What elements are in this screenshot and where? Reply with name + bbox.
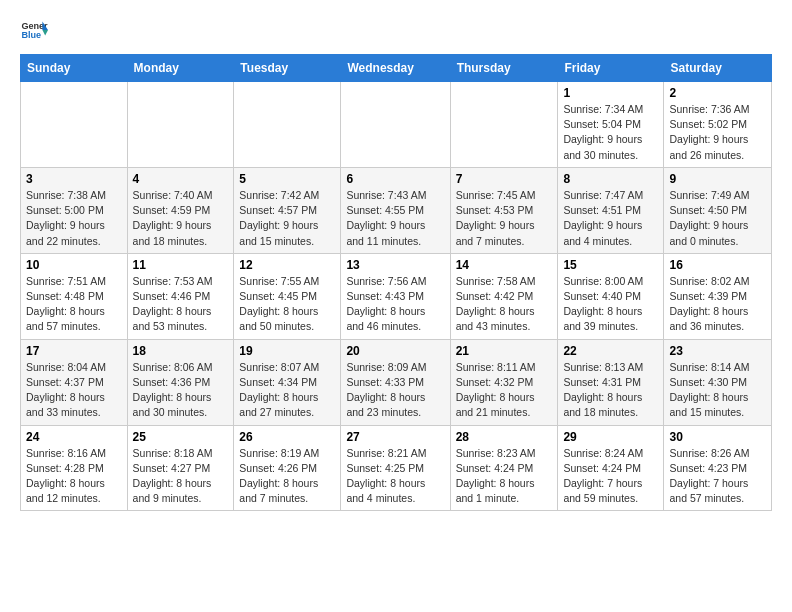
week-row-2: 3Sunrise: 7:38 AM Sunset: 5:00 PM Daylig… — [21, 167, 772, 253]
weekday-header-row: SundayMondayTuesdayWednesdayThursdayFrid… — [21, 55, 772, 82]
day-number: 5 — [239, 172, 335, 186]
day-cell — [127, 82, 234, 168]
day-info: Sunrise: 8:21 AM Sunset: 4:25 PM Dayligh… — [346, 446, 444, 507]
day-info: Sunrise: 7:47 AM Sunset: 4:51 PM Dayligh… — [563, 188, 658, 249]
day-number: 4 — [133, 172, 229, 186]
day-number: 27 — [346, 430, 444, 444]
day-info: Sunrise: 8:23 AM Sunset: 4:24 PM Dayligh… — [456, 446, 553, 507]
day-info: Sunrise: 8:24 AM Sunset: 4:24 PM Dayligh… — [563, 446, 658, 507]
day-number: 12 — [239, 258, 335, 272]
weekday-header-thursday: Thursday — [450, 55, 558, 82]
week-row-3: 10Sunrise: 7:51 AM Sunset: 4:48 PM Dayli… — [21, 253, 772, 339]
day-info: Sunrise: 8:16 AM Sunset: 4:28 PM Dayligh… — [26, 446, 122, 507]
day-number: 23 — [669, 344, 766, 358]
day-number: 20 — [346, 344, 444, 358]
day-info: Sunrise: 7:53 AM Sunset: 4:46 PM Dayligh… — [133, 274, 229, 335]
day-cell — [21, 82, 128, 168]
day-number: 2 — [669, 86, 766, 100]
day-info: Sunrise: 7:36 AM Sunset: 5:02 PM Dayligh… — [669, 102, 766, 163]
day-number: 28 — [456, 430, 553, 444]
day-info: Sunrise: 8:13 AM Sunset: 4:31 PM Dayligh… — [563, 360, 658, 421]
day-cell: 10Sunrise: 7:51 AM Sunset: 4:48 PM Dayli… — [21, 253, 128, 339]
day-cell: 8Sunrise: 7:47 AM Sunset: 4:51 PM Daylig… — [558, 167, 664, 253]
day-info: Sunrise: 7:51 AM Sunset: 4:48 PM Dayligh… — [26, 274, 122, 335]
day-cell — [234, 82, 341, 168]
day-cell: 9Sunrise: 7:49 AM Sunset: 4:50 PM Daylig… — [664, 167, 772, 253]
weekday-header-monday: Monday — [127, 55, 234, 82]
day-cell: 24Sunrise: 8:16 AM Sunset: 4:28 PM Dayli… — [21, 425, 128, 511]
day-info: Sunrise: 7:43 AM Sunset: 4:55 PM Dayligh… — [346, 188, 444, 249]
day-number: 24 — [26, 430, 122, 444]
day-cell: 20Sunrise: 8:09 AM Sunset: 4:33 PM Dayli… — [341, 339, 450, 425]
day-info: Sunrise: 8:07 AM Sunset: 4:34 PM Dayligh… — [239, 360, 335, 421]
day-info: Sunrise: 7:40 AM Sunset: 4:59 PM Dayligh… — [133, 188, 229, 249]
day-number: 11 — [133, 258, 229, 272]
day-cell: 25Sunrise: 8:18 AM Sunset: 4:27 PM Dayli… — [127, 425, 234, 511]
day-info: Sunrise: 7:49 AM Sunset: 4:50 PM Dayligh… — [669, 188, 766, 249]
day-number: 17 — [26, 344, 122, 358]
week-row-5: 24Sunrise: 8:16 AM Sunset: 4:28 PM Dayli… — [21, 425, 772, 511]
logo-icon: General Blue — [20, 16, 48, 44]
day-info: Sunrise: 7:55 AM Sunset: 4:45 PM Dayligh… — [239, 274, 335, 335]
header: General Blue — [20, 16, 772, 44]
day-number: 10 — [26, 258, 122, 272]
day-number: 16 — [669, 258, 766, 272]
weekday-header-wednesday: Wednesday — [341, 55, 450, 82]
weekday-header-sunday: Sunday — [21, 55, 128, 82]
day-cell: 17Sunrise: 8:04 AM Sunset: 4:37 PM Dayli… — [21, 339, 128, 425]
weekday-header-saturday: Saturday — [664, 55, 772, 82]
day-number: 8 — [563, 172, 658, 186]
day-number: 14 — [456, 258, 553, 272]
day-cell: 6Sunrise: 7:43 AM Sunset: 4:55 PM Daylig… — [341, 167, 450, 253]
day-info: Sunrise: 8:14 AM Sunset: 4:30 PM Dayligh… — [669, 360, 766, 421]
day-info: Sunrise: 8:11 AM Sunset: 4:32 PM Dayligh… — [456, 360, 553, 421]
day-info: Sunrise: 8:09 AM Sunset: 4:33 PM Dayligh… — [346, 360, 444, 421]
day-cell: 16Sunrise: 8:02 AM Sunset: 4:39 PM Dayli… — [664, 253, 772, 339]
day-cell: 21Sunrise: 8:11 AM Sunset: 4:32 PM Dayli… — [450, 339, 558, 425]
day-info: Sunrise: 7:58 AM Sunset: 4:42 PM Dayligh… — [456, 274, 553, 335]
day-info: Sunrise: 7:45 AM Sunset: 4:53 PM Dayligh… — [456, 188, 553, 249]
day-info: Sunrise: 7:56 AM Sunset: 4:43 PM Dayligh… — [346, 274, 444, 335]
day-cell: 7Sunrise: 7:45 AM Sunset: 4:53 PM Daylig… — [450, 167, 558, 253]
week-row-1: 1Sunrise: 7:34 AM Sunset: 5:04 PM Daylig… — [21, 82, 772, 168]
calendar-table: SundayMondayTuesdayWednesdayThursdayFrid… — [20, 54, 772, 511]
day-number: 30 — [669, 430, 766, 444]
day-cell: 3Sunrise: 7:38 AM Sunset: 5:00 PM Daylig… — [21, 167, 128, 253]
day-info: Sunrise: 8:19 AM Sunset: 4:26 PM Dayligh… — [239, 446, 335, 507]
day-number: 13 — [346, 258, 444, 272]
day-cell: 14Sunrise: 7:58 AM Sunset: 4:42 PM Dayli… — [450, 253, 558, 339]
day-cell: 4Sunrise: 7:40 AM Sunset: 4:59 PM Daylig… — [127, 167, 234, 253]
day-cell: 5Sunrise: 7:42 AM Sunset: 4:57 PM Daylig… — [234, 167, 341, 253]
day-info: Sunrise: 8:02 AM Sunset: 4:39 PM Dayligh… — [669, 274, 766, 335]
day-cell: 1Sunrise: 7:34 AM Sunset: 5:04 PM Daylig… — [558, 82, 664, 168]
day-cell: 13Sunrise: 7:56 AM Sunset: 4:43 PM Dayli… — [341, 253, 450, 339]
logo: General Blue — [20, 16, 48, 44]
week-row-4: 17Sunrise: 8:04 AM Sunset: 4:37 PM Dayli… — [21, 339, 772, 425]
day-info: Sunrise: 7:34 AM Sunset: 5:04 PM Dayligh… — [563, 102, 658, 163]
day-cell: 18Sunrise: 8:06 AM Sunset: 4:36 PM Dayli… — [127, 339, 234, 425]
day-cell: 23Sunrise: 8:14 AM Sunset: 4:30 PM Dayli… — [664, 339, 772, 425]
day-number: 18 — [133, 344, 229, 358]
day-number: 26 — [239, 430, 335, 444]
day-cell: 28Sunrise: 8:23 AM Sunset: 4:24 PM Dayli… — [450, 425, 558, 511]
day-info: Sunrise: 8:26 AM Sunset: 4:23 PM Dayligh… — [669, 446, 766, 507]
day-number: 9 — [669, 172, 766, 186]
day-number: 3 — [26, 172, 122, 186]
weekday-header-tuesday: Tuesday — [234, 55, 341, 82]
day-info: Sunrise: 8:04 AM Sunset: 4:37 PM Dayligh… — [26, 360, 122, 421]
day-cell: 12Sunrise: 7:55 AM Sunset: 4:45 PM Dayli… — [234, 253, 341, 339]
day-info: Sunrise: 8:00 AM Sunset: 4:40 PM Dayligh… — [563, 274, 658, 335]
day-number: 21 — [456, 344, 553, 358]
day-cell: 27Sunrise: 8:21 AM Sunset: 4:25 PM Dayli… — [341, 425, 450, 511]
day-cell: 11Sunrise: 7:53 AM Sunset: 4:46 PM Dayli… — [127, 253, 234, 339]
weekday-header-friday: Friday — [558, 55, 664, 82]
svg-marker-3 — [42, 30, 48, 36]
day-cell — [450, 82, 558, 168]
day-cell: 2Sunrise: 7:36 AM Sunset: 5:02 PM Daylig… — [664, 82, 772, 168]
day-number: 29 — [563, 430, 658, 444]
day-cell: 26Sunrise: 8:19 AM Sunset: 4:26 PM Dayli… — [234, 425, 341, 511]
svg-text:Blue: Blue — [21, 30, 41, 40]
day-number: 22 — [563, 344, 658, 358]
day-cell: 29Sunrise: 8:24 AM Sunset: 4:24 PM Dayli… — [558, 425, 664, 511]
day-number: 25 — [133, 430, 229, 444]
